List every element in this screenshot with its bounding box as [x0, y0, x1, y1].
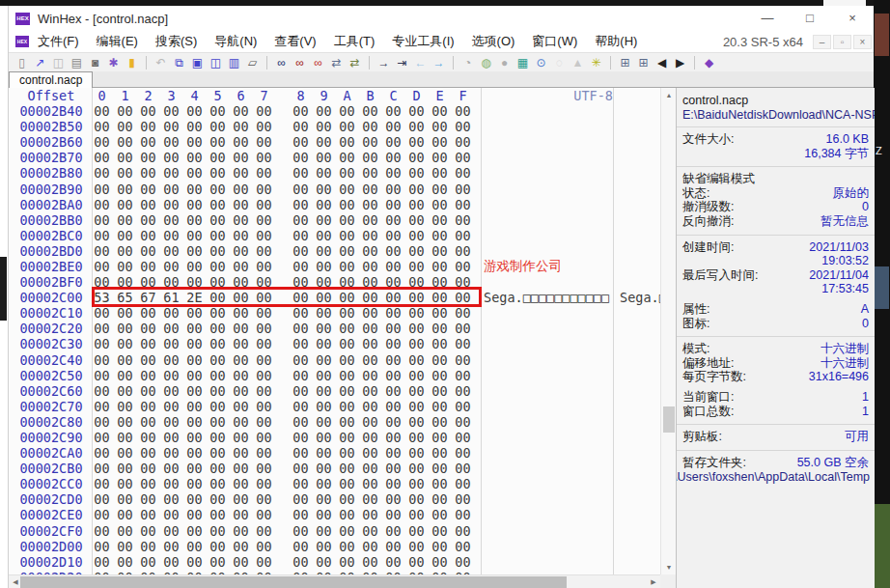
hex-byte[interactable]: 00 [455, 197, 471, 212]
hex-byte[interactable]: 00 [292, 539, 309, 554]
hex-byte[interactable]: 00 [163, 119, 180, 134]
hex-byte[interactable]: 00 [94, 119, 110, 134]
hex-byte[interactable]: 00 [408, 321, 425, 336]
hex-byte[interactable]: 00 [94, 461, 110, 476]
hex-byte[interactable]: 00 [362, 321, 378, 336]
hex-byte[interactable]: 00 [408, 228, 425, 243]
hex-byte[interactable]: 00 [186, 476, 203, 491]
hex-byte[interactable]: 00 [209, 491, 226, 507]
hex-byte[interactable]: 00 [186, 103, 203, 119]
hex-byte[interactable]: 00 [431, 445, 448, 461]
hex-byte[interactable]: 00 [431, 476, 448, 491]
horizontal-scrollbar-thumb[interactable] [20, 576, 567, 588]
hex-byte[interactable]: 00 [163, 305, 180, 321]
hex-byte[interactable]: 00 [163, 368, 180, 383]
hex-byte[interactable]: 00 [316, 182, 332, 197]
hex-byte[interactable]: 00 [455, 383, 471, 399]
hex-byte[interactable]: 00 [117, 368, 133, 383]
magnifier-icon[interactable]: ⊙ [532, 55, 550, 70]
hex-byte[interactable]: 00 [256, 259, 272, 274]
hex-byte[interactable]: 00 [163, 259, 180, 274]
hex-byte[interactable]: 00 [431, 368, 448, 383]
hex-byte[interactable]: 00 [431, 399, 448, 414]
hex-byte[interactable]: 00 [94, 321, 110, 336]
hex-byte[interactable]: 00 [316, 212, 332, 228]
hex-byte[interactable]: 00 [233, 352, 249, 368]
hex-byte[interactable]: 00 [362, 259, 378, 274]
hex-byte[interactable]: 00 [316, 476, 332, 491]
hex-byte[interactable]: 00 [94, 197, 110, 212]
hex-byte[interactable]: 00 [431, 150, 448, 165]
hex-byte[interactable]: 00 [209, 197, 226, 212]
hex-byte[interactable]: 00 [431, 165, 448, 181]
hex-byte[interactable]: 00 [256, 243, 272, 259]
hex-byte[interactable]: 00 [233, 368, 249, 383]
hex-byte[interactable]: 00 [408, 212, 425, 228]
hex-byte[interactable]: 00 [431, 352, 448, 368]
hex-byte[interactable]: 00 [256, 476, 272, 491]
hex-byte[interactable]: 00 [339, 243, 355, 259]
hex-byte[interactable]: 00 [117, 336, 133, 351]
hex-byte[interactable]: 00 [140, 352, 156, 368]
hex-byte[interactable]: 00 [339, 103, 355, 119]
hex-byte[interactable]: 00 [256, 507, 272, 522]
hex-byte[interactable]: 00 [339, 134, 355, 150]
hex-byte[interactable]: 00 [94, 150, 110, 165]
hex-byte[interactable]: 00 [140, 134, 156, 150]
hex-byte[interactable]: 00 [431, 414, 448, 430]
hex-byte[interactable]: 00 [233, 228, 249, 243]
hex-byte[interactable]: 00 [292, 228, 309, 243]
hex-byte[interactable]: 00 [186, 383, 203, 399]
hex-byte[interactable]: 00 [408, 491, 425, 507]
binary-convert-icon[interactable]: ▱ [243, 55, 262, 70]
hex-byte[interactable]: 00 [455, 523, 471, 539]
hex-byte[interactable]: 00 [117, 414, 133, 430]
hex-byte[interactable]: 00 [316, 103, 332, 119]
hex-byte[interactable]: 00 [431, 103, 448, 119]
hex-byte[interactable]: 00 [117, 103, 133, 119]
hex-byte[interactable]: 00 [339, 305, 355, 321]
hex-byte[interactable]: 00 [292, 445, 309, 461]
menu-item-0[interactable]: 文件(F) [29, 33, 88, 50]
hex-byte[interactable]: 00 [362, 197, 378, 212]
hex-byte[interactable]: 00 [186, 134, 203, 150]
hex-byte[interactable]: 00 [94, 103, 110, 119]
hex-byte[interactable]: 00 [408, 368, 425, 383]
copy-hex-icon[interactable]: ▥ [225, 55, 243, 70]
hex-byte[interactable]: 00 [455, 259, 471, 274]
hex-byte[interactable]: 00 [233, 119, 249, 134]
new-file-icon[interactable]: ▯ [13, 55, 31, 70]
hex-byte[interactable]: 00 [233, 554, 249, 570]
hex-byte[interactable]: 00 [256, 491, 272, 507]
hex-byte[interactable]: 00 [163, 491, 180, 507]
hex-byte[interactable]: 00 [339, 414, 355, 430]
hex-byte[interactable]: 00 [455, 182, 471, 197]
hex-byte[interactable]: 00 [117, 554, 133, 570]
hex-byte[interactable]: 00 [316, 430, 332, 445]
hex-byte[interactable]: 00 [292, 212, 309, 228]
menu-item-7[interactable]: 选项(O) [463, 33, 524, 50]
hex-byte[interactable]: 00 [233, 336, 249, 351]
document-icon[interactable]: HEX [15, 36, 29, 47]
menu-item-6[interactable]: 专业工具(I) [383, 33, 462, 50]
hex-byte[interactable]: 00 [94, 554, 110, 570]
hex-byte[interactable]: 00 [117, 383, 133, 399]
find-text-icon[interactable]: ∞ [272, 55, 291, 70]
hex-byte[interactable]: 00 [140, 212, 156, 228]
hex-byte[interactable]: 00 [163, 414, 180, 430]
hex-byte[interactable]: 00 [117, 507, 133, 522]
maximize-button[interactable]: □ [789, 6, 831, 31]
hex-byte[interactable]: 00 [233, 539, 249, 554]
hex-byte[interactable]: 00 [339, 523, 355, 539]
hex-byte[interactable]: 00 [316, 305, 332, 321]
hex-byte[interactable]: 00 [140, 103, 156, 119]
hex-byte[interactable]: 00 [408, 445, 425, 461]
hex-byte[interactable]: 00 [408, 103, 425, 119]
hex-byte[interactable]: 00 [408, 259, 425, 274]
hex-byte[interactable]: 00 [339, 476, 355, 491]
hex-byte[interactable]: 00 [186, 491, 203, 507]
hex-byte[interactable]: 00 [408, 507, 425, 522]
hex-byte[interactable]: 00 [362, 150, 378, 165]
save-icon[interactable]: ◫ [49, 55, 68, 70]
menu-item-4[interactable]: 查看(V) [265, 33, 324, 50]
